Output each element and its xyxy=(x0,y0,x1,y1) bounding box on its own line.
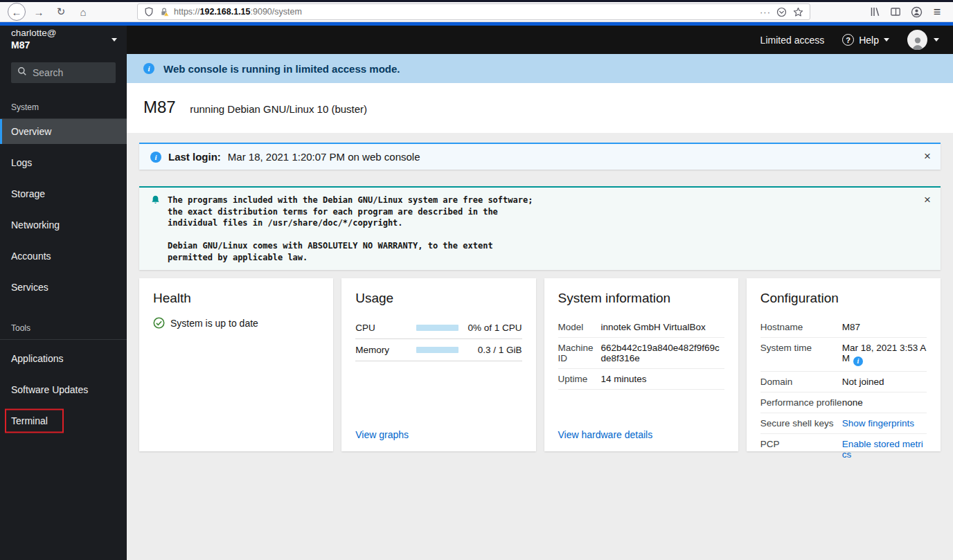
row-label: Machine ID xyxy=(558,343,601,363)
url-text[interactable]: https://192.168.1.15:9090/system xyxy=(174,7,753,17)
configuration-card: Configuration Hostname M87 System time M… xyxy=(747,278,941,451)
chevron-down-icon xyxy=(884,38,889,42)
limited-access-label: Limited access xyxy=(760,35,825,46)
cpu-value: 0% of 1 CPU xyxy=(458,323,522,333)
motd-alert: The programs included with the Debian GN… xyxy=(139,186,941,270)
row-label: PCP xyxy=(760,439,842,449)
sidebar-item-applications[interactable]: Applications xyxy=(0,346,127,371)
sidebar-item-terminal[interactable]: Terminal xyxy=(0,408,127,433)
session-menu[interactable] xyxy=(907,30,939,50)
banner-text: Web console is running in limited access… xyxy=(163,63,400,75)
show-fingerprints-link[interactable]: Show fingerprints xyxy=(842,418,914,428)
card-title: Usage xyxy=(355,291,522,306)
row-label: Uptime xyxy=(558,374,601,384)
row-value: Show fingerprints xyxy=(842,418,927,428)
health-card: Health System is up to date xyxy=(139,278,333,451)
overview-cards: Health System is up to date Usage CPU 0 xyxy=(139,278,941,451)
chevron-down-icon xyxy=(112,38,117,42)
memory-label: Memory xyxy=(355,345,416,355)
help-label: Help xyxy=(859,35,879,46)
page-actions-button[interactable]: ··· xyxy=(760,7,771,17)
firefox-account-icon[interactable] xyxy=(909,4,924,19)
url-host: 192.168.1.15 xyxy=(200,7,251,17)
sidebar-item-logs[interactable]: Logs xyxy=(0,150,127,175)
bookmark-star-icon[interactable] xyxy=(792,4,804,19)
page-title: M87 xyxy=(143,98,176,116)
sidebar-nav: System Overview Logs Storage Networking … xyxy=(0,54,127,560)
hostname-row: Hostname M87 xyxy=(760,317,927,338)
masthead: charlotte@ M87 Limited access ? Help xyxy=(0,26,953,54)
sidebar-item-accounts[interactable]: Accounts xyxy=(0,244,127,269)
sidebar-item-networking[interactable]: Networking xyxy=(0,213,127,237)
browser-chrome: ← → ↻ ⌂ https://192.168.1.15:9090/system… xyxy=(0,0,953,26)
logged-in-user: charlotte@ xyxy=(11,28,112,39)
domain-row: Domain Not joined xyxy=(760,372,927,392)
system-information-card: System information Model innotek GmbH Vi… xyxy=(544,278,738,451)
search-input[interactable] xyxy=(33,67,109,78)
row-label: Model xyxy=(558,322,601,332)
insecure-lock-warning-icon[interactable] xyxy=(159,4,170,19)
last-login-label: Last login: xyxy=(168,151,221,163)
row-value: innotek GmbH VirtualBox xyxy=(601,322,724,332)
forward-button[interactable]: → xyxy=(30,3,48,20)
url-scheme: https:// xyxy=(174,7,200,17)
forward-icon: → xyxy=(34,6,44,18)
last-login-alert: i Last login: Mar 18, 2021 1:20:07 PM on… xyxy=(139,143,941,170)
home-button[interactable]: ⌂ xyxy=(74,3,92,20)
sidebar-item-software-updates[interactable]: Software Updates xyxy=(0,377,127,402)
library-icon[interactable] xyxy=(867,4,882,19)
pocket-icon[interactable] xyxy=(775,4,787,19)
sidebar-item-label: Terminal xyxy=(11,415,48,426)
limited-access-banner: i Web console is running in limited acce… xyxy=(127,54,953,83)
sidebar-toggle-icon[interactable] xyxy=(888,4,903,19)
home-icon: ⌂ xyxy=(80,6,86,18)
row-value: 14 minutes xyxy=(601,374,724,384)
card-title: System information xyxy=(558,291,724,306)
help-menu[interactable]: ? Help xyxy=(842,34,889,46)
avatar xyxy=(907,30,927,50)
sidebar-item-overview[interactable]: Overview xyxy=(0,119,127,144)
view-graphs-link[interactable]: View graphs xyxy=(355,429,522,440)
last-login-value: Mar 18, 2021 1:20:07 PM on web console xyxy=(228,151,420,163)
cpu-progress-bar xyxy=(416,325,458,331)
performance-profile-row: Performance profile none xyxy=(760,392,927,413)
motd-text: The programs included with the Debian GN… xyxy=(168,195,533,263)
enable-stored-metrics-link[interactable]: Enable stored metrics xyxy=(842,439,923,460)
back-button[interactable]: ← xyxy=(8,3,26,21)
row-value: 662b442c19a840e482f9f69cde8f316e xyxy=(601,343,724,363)
tracking-protection-shield-icon[interactable] xyxy=(143,4,154,19)
view-hardware-details-link[interactable]: View hardware details xyxy=(558,429,724,440)
help-icon: ? xyxy=(842,34,854,46)
success-check-icon xyxy=(153,317,165,329)
cpu-label: CPU xyxy=(355,323,416,333)
sidebar-item-services[interactable]: Services xyxy=(0,275,127,300)
divider xyxy=(0,339,127,340)
page-header: M87 running Debian GNU/Linux 10 (buster) xyxy=(127,83,953,133)
masthead-actions: Limited access ? Help xyxy=(760,26,953,54)
health-status-text: System is up to date xyxy=(170,318,258,329)
bell-icon xyxy=(150,195,161,206)
row-label: Secure shell keys xyxy=(760,418,842,428)
host-switcher[interactable]: charlotte@ M87 xyxy=(0,26,127,54)
close-icon[interactable]: × xyxy=(924,150,931,162)
close-icon[interactable]: × xyxy=(924,194,931,206)
url-path: :9090/system xyxy=(251,7,302,17)
hamburger-menu-icon[interactable]: ≡ xyxy=(929,4,945,19)
card-title: Configuration xyxy=(760,291,927,306)
row-label: Hostname xyxy=(760,322,842,332)
nav-section-title: Tools xyxy=(0,316,127,339)
uptime-row: Uptime 14 minutes xyxy=(558,369,724,390)
row-value: M87 xyxy=(842,322,927,332)
secure-shell-keys-row: Secure shell keys Show fingerprints xyxy=(760,413,927,434)
search-icon xyxy=(17,66,27,79)
sidebar-search[interactable] xyxy=(11,62,116,83)
system-time-row: System time Mar 18, 2021 3:53 AMi xyxy=(760,338,927,372)
info-icon[interactable]: i xyxy=(853,356,863,366)
sidebar-item-storage[interactable]: Storage xyxy=(0,181,127,206)
usage-card: Usage CPU 0% of 1 CPU Memory 0.3 / 1 GiB… xyxy=(341,278,535,451)
memory-value: 0.3 / 1 GiB xyxy=(458,345,522,355)
reload-button[interactable]: ↻ xyxy=(52,3,70,20)
url-bar[interactable]: https://192.168.1.15:9090/system ··· xyxy=(137,3,810,20)
row-value: Not joined xyxy=(842,377,927,387)
model-row: Model innotek GmbH VirtualBox xyxy=(558,317,724,338)
